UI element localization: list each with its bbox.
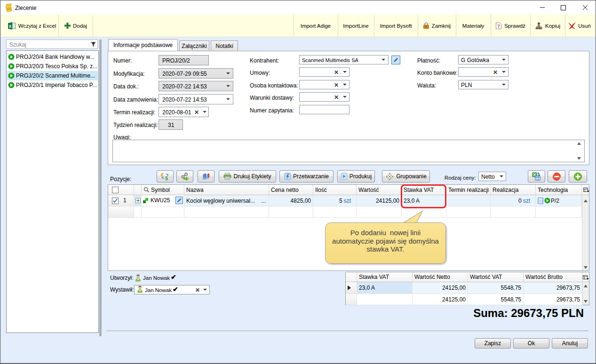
svg-text:$: $	[165, 175, 168, 181]
svg-text:€: €	[161, 172, 164, 178]
svg-text:?: ?	[497, 23, 500, 29]
svg-text:X: X	[8, 24, 11, 28]
